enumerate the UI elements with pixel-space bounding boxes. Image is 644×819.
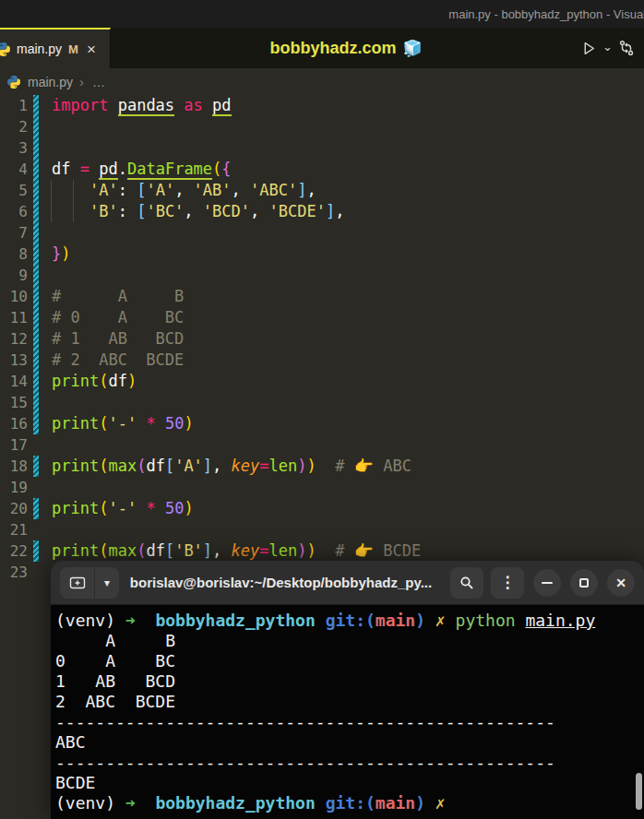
code-token: DataFrame: [127, 160, 212, 180]
code-token: max: [108, 541, 137, 560]
code-token: ): [61, 244, 70, 263]
code-token: (: [99, 372, 108, 390]
code-token: 'B': [89, 202, 118, 220]
line-number: 5: [0, 180, 28, 201]
code-line[interactable]: 21: [0, 519, 644, 540]
terminal-token: [446, 611, 456, 630]
code-text: 'A': ['A', 'AB', 'ABC'],: [39, 180, 644, 201]
terminal-output[interactable]: (venv) ➜ bobbyhadz_python git:(main) ✗ p…: [51, 605, 644, 819]
terminal-token: ----------------------------------------…: [55, 712, 555, 731]
code-text: print(max(df['B'], key=len)) # 👉 BCDE: [39, 540, 644, 562]
search-button[interactable]: [450, 567, 483, 599]
code-token: # 0 A BC: [52, 308, 184, 326]
code-line[interactable]: 5 'A': ['A', 'AB', 'ABC'],: [0, 180, 644, 201]
code-line[interactable]: 6 'B': ['BC', 'BCD', 'BCDE'],: [0, 201, 644, 222]
terminal-line: ----------------------------------------…: [55, 753, 644, 773]
code-text: 'B': ['BC', 'BCD', 'BCDE'],: [39, 201, 644, 222]
code-text: [39, 519, 644, 540]
code-line[interactable]: 7: [0, 222, 644, 243]
code-token: ]: [326, 202, 335, 220]
code-token: key: [232, 541, 260, 560]
code-text: df = pd.DataFrame({: [39, 159, 644, 180]
code-token: 'BC': [146, 202, 184, 220]
code-token: # 👉 BCDE: [335, 541, 421, 560]
line-number: 23: [0, 562, 28, 583]
code-token: {: [221, 160, 231, 178]
code-text: [39, 222, 644, 243]
code-token: (: [99, 457, 108, 475]
terminal-dropdown-icon[interactable]: ▾: [95, 567, 119, 599]
terminal-scrollbar-thumb[interactable]: [636, 773, 642, 810]
run-python-file-button[interactable]: [581, 41, 597, 56]
vscode-window: main.py - bobbyhadz_python - Visual main…: [0, 0, 644, 819]
tab-label: main.py: [17, 42, 62, 56]
maximize-icon: [579, 578, 589, 588]
code-line[interactable]: 8}): [0, 243, 644, 265]
code-text: }): [39, 243, 644, 265]
code-line[interactable]: 9: [0, 265, 644, 286]
window-titlebar: main.py - bobbyhadz_python - Visual: [0, 0, 644, 28]
code-text: [39, 434, 644, 456]
close-tab-icon[interactable]: ×: [87, 42, 96, 57]
code-line[interactable]: 14print(df): [0, 371, 644, 392]
terminal-token: (venv): [55, 611, 125, 630]
code-token: [: [165, 541, 174, 560]
terminal-token: ): [415, 793, 425, 813]
code-line[interactable]: 18print(max(df['A'], key=len)) # 👉 ABC: [0, 456, 644, 477]
terminal-titlebar[interactable]: ▾ borislav@borislav:~/Desktop/bobbyhadz_…: [51, 561, 644, 605]
close-button[interactable]: ✕: [607, 569, 635, 597]
code-token: [52, 202, 89, 220]
kebab-icon: ⋮: [500, 575, 516, 590]
code-line[interactable]: 12# 1 AB BCD: [0, 328, 644, 350]
code-token: ): [297, 541, 306, 560]
line-number: 2: [0, 116, 28, 137]
menu-kebab-button[interactable]: ⋮: [491, 567, 524, 599]
terminal-line: ----------------------------------------…: [55, 712, 644, 732]
breadcrumb-ellipsis[interactable]: …: [92, 75, 105, 89]
terminal-line: 0 A BC: [55, 651, 644, 671]
code-line[interactable]: 3: [0, 137, 644, 159]
line-number: 15: [0, 392, 28, 413]
run-dropdown-icon[interactable]: ⌄: [602, 40, 613, 53]
code-token: 'A': [174, 457, 203, 475]
code-line[interactable]: 13# 2 ABC BCDE: [0, 350, 644, 371]
code-token: [203, 96, 212, 114]
code-line[interactable]: 19: [0, 477, 644, 498]
code-line[interactable]: 2: [0, 116, 644, 137]
line-number: 10: [0, 286, 28, 307]
code-token: ,: [174, 181, 193, 199]
code-line[interactable]: 15: [0, 392, 644, 413]
code-line[interactable]: 10# A B: [0, 286, 644, 307]
new-tab-button[interactable]: [60, 567, 95, 599]
breadcrumb-file[interactable]: main.py: [28, 75, 73, 89]
terminal-token: [136, 611, 156, 630]
code-token: print: [52, 499, 99, 517]
terminal-token: main.py: [525, 611, 595, 630]
tab-main-py[interactable]: main.py M ×: [0, 28, 111, 68]
terminal-token: 1 AB BCD: [55, 671, 175, 691]
terminal-token: git:(: [326, 611, 376, 630]
compare-changes-icon[interactable]: [618, 40, 635, 56]
code-line[interactable]: 4df = pd.DataFrame({: [0, 159, 644, 180]
terminal-token: [316, 611, 326, 630]
code-line[interactable]: 1import pandas as pd: [0, 95, 644, 116]
code-token: df: [146, 457, 164, 475]
terminal-token: python: [456, 611, 516, 630]
minimize-button[interactable]: [533, 569, 561, 597]
terminal-token: ----------------------------------------…: [55, 753, 555, 772]
maximize-button[interactable]: [570, 569, 598, 597]
code-token: ,: [250, 202, 268, 220]
code-token: [156, 414, 165, 433]
code-line[interactable]: 11# 0 A BC: [0, 307, 644, 328]
code-line[interactable]: 17: [0, 434, 644, 456]
code-line[interactable]: 22print(max(df['B'], key=len)) # 👉 BCDE: [0, 540, 644, 562]
terminal-title: borislav@borislav:~/Desktop/bobbyhadz_py…: [119, 575, 443, 590]
code-token: [52, 181, 89, 199]
code-line[interactable]: 16print('-' * 50): [0, 413, 644, 434]
code-text: [39, 477, 644, 498]
code-text: print(df): [39, 371, 644, 392]
code-token: :: [118, 202, 137, 220]
code-token: [156, 499, 165, 517]
terminal-token: ➜: [125, 793, 136, 813]
code-line[interactable]: 20print('-' * 50): [0, 498, 644, 519]
